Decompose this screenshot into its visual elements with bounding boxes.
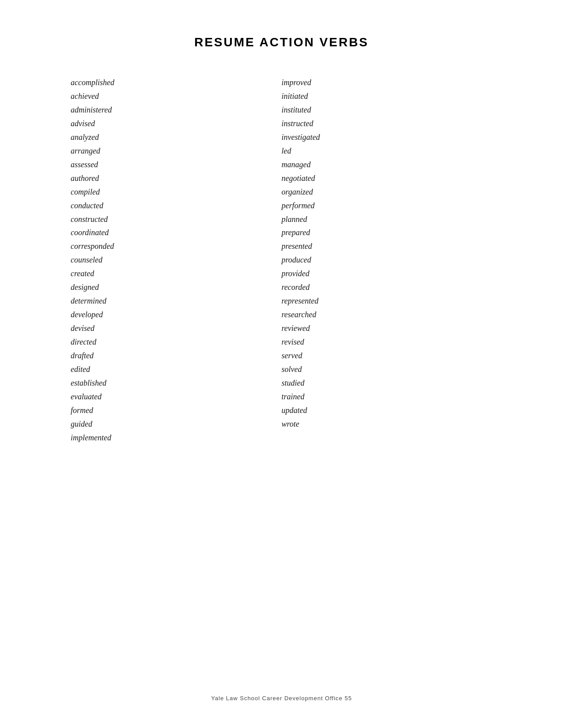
list-item: corresponded bbox=[71, 240, 282, 253]
right-column: improvedinitiatedinstitutedinstructedinv… bbox=[282, 76, 493, 431]
list-item: served bbox=[282, 349, 493, 363]
list-item: studied bbox=[282, 376, 493, 390]
list-item: established bbox=[71, 376, 282, 390]
list-item: planned bbox=[282, 213, 493, 226]
list-item: assessed bbox=[71, 158, 282, 172]
list-item: wrote bbox=[282, 417, 493, 431]
list-item: performed bbox=[282, 199, 493, 213]
list-item: researched bbox=[282, 308, 493, 322]
list-item: evaluated bbox=[71, 390, 282, 404]
list-item: counseled bbox=[71, 253, 282, 267]
list-item: conducted bbox=[71, 199, 282, 213]
list-item: negotiated bbox=[282, 172, 493, 185]
list-item: improved bbox=[282, 76, 493, 90]
list-item: advised bbox=[71, 117, 282, 131]
list-item: administered bbox=[71, 103, 282, 117]
page: RESUME ACTION VERBS accomplishedachieved… bbox=[0, 0, 563, 728]
list-item: accomplished bbox=[71, 76, 282, 90]
list-item: provided bbox=[282, 267, 493, 281]
list-item: analyzed bbox=[71, 131, 282, 144]
list-item: arranged bbox=[71, 144, 282, 158]
list-item: formed bbox=[71, 404, 282, 417]
list-item: constructed bbox=[71, 213, 282, 226]
list-item: compiled bbox=[71, 185, 282, 199]
list-item: devised bbox=[71, 322, 282, 335]
list-item: investigated bbox=[282, 131, 493, 144]
list-item: designed bbox=[71, 281, 282, 294]
list-item: presented bbox=[282, 240, 493, 253]
verbs-container: accomplishedachievedadministeredadviseda… bbox=[71, 76, 492, 445]
list-item: determined bbox=[71, 294, 282, 308]
list-item: trained bbox=[282, 390, 493, 404]
list-item: edited bbox=[71, 363, 282, 376]
list-item: guided bbox=[71, 417, 282, 431]
list-item: authored bbox=[71, 172, 282, 185]
list-item: produced bbox=[282, 253, 493, 267]
list-item: recorded bbox=[282, 281, 493, 294]
list-item: managed bbox=[282, 158, 493, 172]
list-item: directed bbox=[71, 335, 282, 349]
list-item: developed bbox=[71, 308, 282, 322]
list-item: reviewed bbox=[282, 322, 493, 335]
list-item: achieved bbox=[71, 90, 282, 103]
list-item: represented bbox=[282, 294, 493, 308]
list-item: updated bbox=[282, 404, 493, 417]
list-item: created bbox=[71, 267, 282, 281]
list-item: led bbox=[282, 144, 493, 158]
left-column: accomplishedachievedadministeredadviseda… bbox=[71, 76, 282, 445]
list-item: prepared bbox=[282, 226, 493, 240]
list-item: implemented bbox=[71, 431, 282, 445]
list-item: instituted bbox=[282, 103, 493, 117]
list-item: solved bbox=[282, 363, 493, 376]
page-title: RESUME ACTION VERBS bbox=[71, 35, 492, 49]
list-item: initiated bbox=[282, 90, 493, 103]
list-item: revised bbox=[282, 335, 493, 349]
list-item: organized bbox=[282, 185, 493, 199]
footer-text: Yale Law School Career Development Offic… bbox=[0, 695, 563, 702]
list-item: drafted bbox=[71, 349, 282, 363]
list-item: coordinated bbox=[71, 226, 282, 240]
list-item: instructed bbox=[282, 117, 493, 131]
